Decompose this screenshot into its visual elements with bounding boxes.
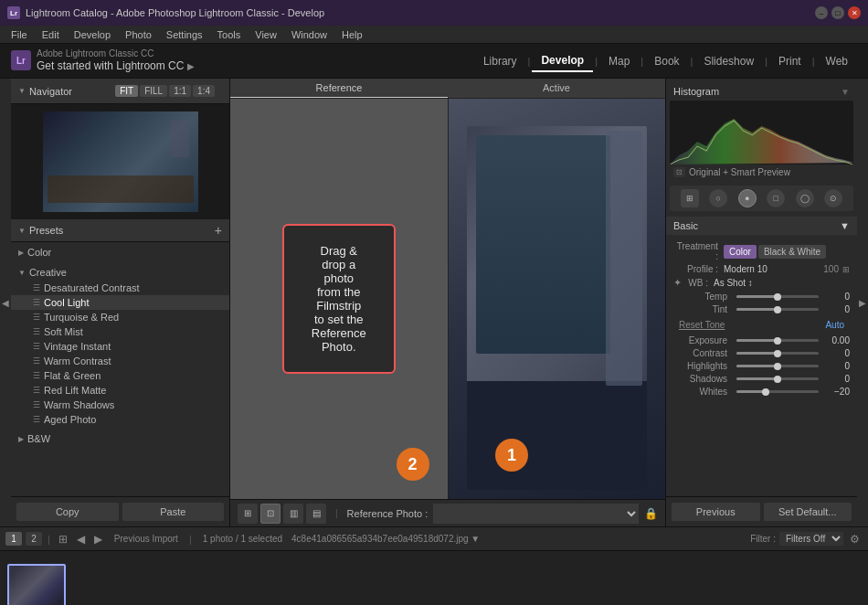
get-started-text[interactable]: Get started with Lightroom CC ▶ (37, 59, 195, 72)
collapse-left-button[interactable]: ◀ (0, 79, 11, 526)
exposure-slider-track[interactable] (736, 339, 819, 342)
menu-window[interactable]: Window (284, 27, 334, 42)
contrast-slider-thumb[interactable] (774, 350, 781, 357)
temp-slider-thumb[interactable] (774, 293, 781, 301)
menu-develop[interactable]: Develop (67, 27, 118, 42)
bw-group-label: B&W (27, 433, 50, 444)
collapse-right-button[interactable]: ▶ (857, 79, 868, 526)
highlights-slider-thumb[interactable] (774, 363, 781, 370)
ref-icon-split[interactable]: ▥ (283, 504, 303, 524)
crop-tool[interactable]: ⊞ (681, 189, 699, 207)
list-item[interactable]: ☰Cool Light (11, 295, 229, 310)
whites-slider-thumb[interactable] (762, 388, 769, 396)
list-item[interactable]: ☰Soft Mist (11, 324, 229, 339)
nav-print[interactable]: Print (769, 51, 810, 71)
maximize-button[interactable]: □ (831, 6, 844, 19)
presets-triangle: ▼ (18, 227, 26, 235)
page-1-button[interactable]: 1 (5, 532, 22, 546)
page-2-button[interactable]: 2 (26, 532, 42, 546)
list-item[interactable]: ☰Warm Contrast (11, 354, 229, 368)
zoom-1-1[interactable]: 1:1 (169, 85, 191, 97)
close-button[interactable]: ✕ (848, 6, 861, 19)
tint-slider-thumb[interactable] (774, 306, 781, 313)
adjustment-brush-tool[interactable]: ⊙ (824, 189, 842, 207)
color-picker-tool[interactable]: ● (738, 189, 757, 207)
zoom-fit[interactable]: FIT (115, 85, 138, 97)
preset-group-bw-header[interactable]: ▶ B&W (11, 430, 229, 447)
zoom-1-4[interactable]: 1:4 (193, 85, 215, 97)
nav-develop[interactable]: Develop (532, 50, 593, 72)
list-item[interactable]: ☰Vintage Instant (11, 339, 229, 354)
list-item[interactable]: ☰Desaturated Contrast (11, 281, 229, 295)
menu-view[interactable]: View (248, 27, 284, 42)
reference-pane[interactable]: Drag & drop a photo from the Filmstrip t… (230, 99, 449, 499)
reference-photo-dropdown[interactable] (433, 504, 639, 524)
filter-select[interactable]: Filters Off (779, 532, 843, 546)
previous-button[interactable]: Previous (672, 503, 760, 521)
menu-file[interactable]: File (4, 27, 35, 42)
list-item[interactable]: ☰Turquoise & Red (11, 310, 229, 324)
treatment-color-button[interactable]: Color (724, 245, 757, 259)
nav-library[interactable]: Library (474, 51, 526, 71)
radial-filter-tool[interactable]: ◯ (796, 189, 814, 207)
list-item[interactable]: ☰Aged Photo (11, 412, 229, 427)
paste-button[interactable]: Paste (122, 503, 225, 521)
menu-help[interactable]: Help (334, 27, 370, 42)
ref-icon-loupe[interactable]: ▤ (306, 504, 326, 524)
tint-slider-track[interactable] (736, 308, 819, 311)
navigator-title: Navigator (29, 86, 72, 97)
copy-button[interactable]: Copy (16, 503, 119, 521)
nav-book[interactable]: Book (645, 51, 688, 71)
list-item[interactable]: ☰Red Lift Matte (11, 383, 229, 398)
menu-photo[interactable]: Photo (118, 27, 159, 42)
drag-drop-overlay[interactable]: Drag & drop a photo from the Filmstrip t… (282, 224, 396, 374)
preset-group-color-header[interactable]: ▶ Color (11, 244, 229, 260)
nav-next-button[interactable]: ▶ (91, 531, 105, 547)
menu-settings[interactable]: Settings (159, 27, 210, 42)
list-item[interactable]: ☰Flat & Green (11, 368, 229, 383)
treatment-bw-button[interactable]: Black & White (758, 245, 826, 259)
minimize-button[interactable]: – (815, 6, 828, 19)
shadows-slider-track[interactable] (736, 377, 819, 380)
shadows-slider-fill (736, 377, 778, 380)
zoom-fill[interactable]: FILL (140, 85, 167, 97)
navigator-header-left: ▼ Navigator (18, 86, 72, 97)
list-item[interactable]: ☰Warm Shadows (11, 398, 229, 412)
nav-slideshow[interactable]: Slideshow (694, 51, 763, 71)
temp-slider-track[interactable] (736, 295, 819, 298)
eyedropper-icon[interactable]: ✦ (673, 277, 686, 289)
contrast-slider-track[interactable] (736, 352, 819, 355)
shadows-slider-thumb[interactable] (774, 376, 781, 383)
profile-grid-icon[interactable]: ⊞ (842, 265, 850, 274)
filmstrip-settings-button[interactable]: ⚙ (847, 531, 863, 547)
active-pane[interactable] (449, 99, 666, 499)
whites-slider-row: Whites −20 (673, 387, 850, 397)
exposure-slider-thumb[interactable] (774, 337, 781, 345)
ref-icon-grid[interactable]: ⊞ (238, 504, 258, 524)
heal-tool[interactable]: ○ (709, 189, 727, 207)
presets-add-button[interactable]: + (215, 223, 222, 238)
highlights-slider-track[interactable] (736, 365, 819, 367)
whites-slider-track[interactable] (736, 390, 819, 393)
lock-icon[interactable]: 🔒 (644, 507, 658, 520)
histogram-arrow: ▼ (841, 87, 850, 97)
grid-view-button[interactable]: ⊞ (56, 531, 70, 547)
navigator-panel-header[interactable]: ▼ Navigator FIT FILL 1:1 1:4 (11, 79, 229, 104)
filepath-dropdown-arrow[interactable]: ▼ (471, 534, 480, 544)
presets-panel-header[interactable]: ▼ Presets + (11, 219, 229, 242)
nav-map[interactable]: Map (599, 51, 639, 71)
nav-web[interactable]: Web (817, 51, 857, 71)
auto-button[interactable]: Auto (820, 318, 850, 332)
menu-tools[interactable]: Tools (210, 27, 249, 42)
set-defaults-button[interactable]: Set Default... (764, 503, 852, 521)
step-badge-1: 1 (495, 439, 528, 472)
menu-edit[interactable]: Edit (35, 27, 67, 42)
basic-section-header[interactable]: Basic ▼ (666, 217, 857, 235)
film-thumb[interactable] (7, 564, 66, 606)
preset-group-creative-header[interactable]: ▼ Creative (11, 264, 229, 281)
nav-prev-button[interactable]: ◀ (74, 531, 88, 547)
reset-tone-button[interactable]: Reset Tone (673, 318, 730, 332)
filmstrip (0, 550, 868, 605)
graduated-filter-tool[interactable]: □ (767, 189, 785, 207)
ref-icon-compare[interactable]: ⊡ (260, 504, 281, 524)
